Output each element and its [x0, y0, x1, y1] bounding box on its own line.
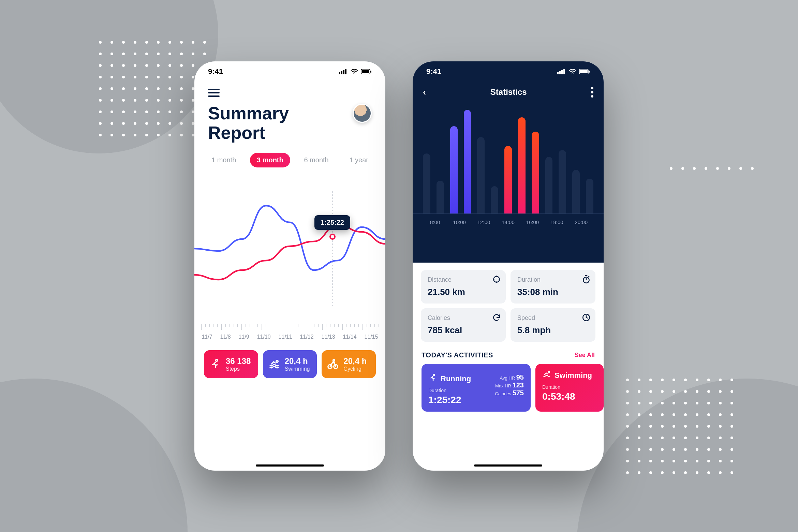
svg-rect-1	[341, 71, 342, 74]
target-icon	[492, 275, 501, 284]
duration-value: 0:53:48	[542, 391, 597, 402]
avatar[interactable]	[353, 104, 372, 123]
activity-name: Swimming	[555, 371, 592, 380]
metric-label: Calories	[428, 314, 499, 322]
x-tick: 18:00	[545, 219, 569, 225]
x-tick: 20:00	[569, 219, 593, 225]
back-button[interactable]: ‹	[423, 87, 426, 98]
status-time: 9:41	[208, 67, 223, 76]
x-tick: 11/12	[300, 334, 314, 340]
svg-rect-15	[561, 70, 563, 74]
metric-value: 35:08 min	[517, 287, 589, 297]
home-indicator	[256, 464, 324, 467]
x-tick: 16:00	[520, 219, 545, 225]
x-tick: 11/9	[239, 334, 249, 340]
menu-icon[interactable]	[208, 89, 220, 97]
svg-point-9	[276, 360, 278, 363]
x-tick: 10:00	[447, 219, 471, 225]
wifi-icon	[569, 69, 576, 74]
running-icon	[428, 373, 437, 384]
swimming-icon	[268, 358, 280, 370]
range-tab[interactable]: 1 month	[205, 153, 243, 167]
battery-icon	[361, 69, 372, 74]
speed-icon	[582, 313, 591, 322]
stat-label: Avg HR	[500, 375, 516, 381]
svg-rect-14	[559, 71, 561, 74]
svg-rect-16	[563, 69, 565, 74]
x-tick: 11/11	[279, 334, 292, 340]
activity-card-running[interactable]: Running Duration 1:25:22 Avg HR 95Max HR…	[422, 364, 531, 412]
bar	[572, 170, 580, 213]
svg-point-12	[333, 360, 335, 361]
wifi-icon	[351, 69, 358, 74]
activity-card-swimming[interactable]: Swimming Duration 0:53:48	[535, 364, 604, 412]
x-tick: 11/10	[257, 334, 271, 340]
summary-cards: 36 138 Steps 20,4 h Swimming 20,4 h Cycl…	[194, 340, 385, 378]
refresh-icon	[492, 313, 501, 322]
range-tab[interactable]: 1 year	[342, 153, 375, 167]
summary-card[interactable]: 20,4 h Cycling	[322, 350, 376, 378]
stat-value: 575	[513, 389, 524, 397]
bar	[518, 117, 526, 213]
summary-value: 20,4 h	[343, 356, 367, 366]
battery-icon	[579, 69, 590, 74]
summary-label: Cycling	[343, 366, 367, 372]
bar	[477, 137, 485, 213]
swimming-icon	[542, 370, 551, 381]
bar	[545, 157, 553, 213]
stopwatch-icon	[582, 275, 591, 284]
metric-value: 5.8 mph	[517, 325, 589, 336]
line-chart: 1:25:22	[194, 178, 385, 321]
x-tick: 11/14	[343, 334, 357, 340]
line-chart-svg	[194, 178, 385, 321]
summary-value: 36 138	[226, 356, 251, 366]
status-bar: 9:41	[194, 61, 385, 82]
bar	[559, 150, 566, 213]
metric-card[interactable]: Calories 785 kcal	[421, 308, 506, 342]
summary-label: Swimming	[285, 366, 310, 372]
metric-card[interactable]: Distance 21.50 km	[421, 270, 506, 304]
svg-point-20	[493, 276, 499, 282]
cellular-icon	[339, 69, 348, 74]
bar	[586, 179, 593, 213]
home-indicator	[474, 464, 542, 467]
x-tick: 8:00	[423, 219, 447, 225]
bar	[532, 132, 539, 213]
summary-card[interactable]: 20,4 h Swimming	[263, 350, 317, 378]
phone-summary: 9:41 SummaryReport 1 month3 month6 month…	[194, 61, 385, 471]
more-icon[interactable]	[591, 87, 593, 98]
duration-label: Duration	[428, 388, 488, 393]
stat-value: 95	[516, 373, 524, 381]
nav-bar: ‹ Statistics	[413, 82, 604, 101]
x-tick: 14:00	[496, 219, 520, 225]
bar	[464, 110, 471, 213]
summary-card[interactable]: 36 138 Steps	[204, 350, 258, 378]
see-all-link[interactable]: See All	[575, 352, 595, 359]
status-bar: 9:41	[413, 61, 604, 82]
summary-value: 20,4 h	[285, 356, 310, 366]
metric-value: 785 kcal	[428, 325, 499, 336]
stat-value: 123	[513, 381, 524, 389]
bar	[491, 186, 498, 213]
status-icons	[557, 69, 590, 74]
stat-label: Calories	[495, 391, 512, 396]
svg-rect-13	[557, 72, 559, 74]
status-icons	[339, 69, 372, 74]
status-time: 9:41	[426, 67, 441, 76]
metric-value: 21.50 km	[428, 287, 499, 297]
range-tab[interactable]: 6 month	[297, 153, 335, 167]
running-icon	[209, 358, 221, 370]
metric-card[interactable]: Duration 35:08 min	[511, 270, 595, 304]
svg-rect-18	[580, 70, 588, 73]
metric-label: Distance	[428, 276, 499, 283]
bar-chart: 8:0010:0012:0014:0016:0018:0020:00	[413, 101, 604, 231]
svg-rect-19	[589, 71, 590, 73]
metric-card[interactable]: Speed 5.8 mph	[511, 308, 595, 342]
bars-group	[423, 104, 593, 213]
svg-rect-6	[370, 71, 371, 73]
range-tab[interactable]: 3 month	[250, 153, 290, 167]
cycling-icon	[327, 358, 339, 370]
x-tick-marks	[201, 324, 379, 331]
x-tick: 12:00	[472, 219, 496, 225]
svg-rect-2	[343, 70, 344, 74]
